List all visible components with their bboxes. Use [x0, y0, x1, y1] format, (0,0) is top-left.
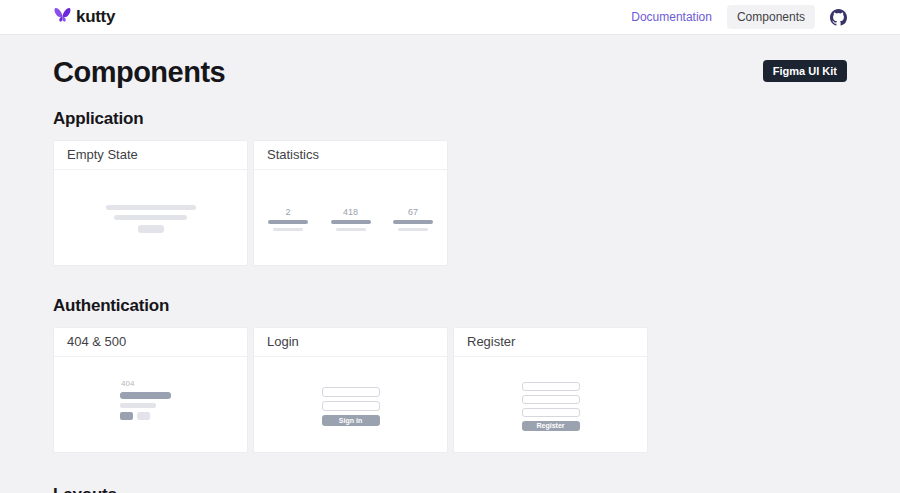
butterfly-icon: [53, 6, 72, 28]
statistics-preview: 2 418 67: [254, 170, 447, 268]
register-preview: Register: [454, 357, 647, 455]
figma-ui-kit-button[interactable]: Figma UI Kit: [763, 60, 847, 82]
login-form: Sign in: [322, 387, 380, 426]
register-button[interactable]: Register: [522, 421, 580, 431]
card-title: Empty State: [54, 141, 247, 170]
register-input-email[interactable]: [522, 395, 580, 404]
main-content: Components Figma UI Kit Application Empt…: [0, 57, 900, 493]
register-input-password[interactable]: [522, 408, 580, 417]
section-title-authentication: Authentication: [53, 296, 847, 316]
section-title-layouts: Layouts: [53, 485, 847, 493]
register-form: Register: [522, 382, 580, 431]
stat-value: 2: [285, 208, 290, 217]
skeleton-button: [137, 412, 150, 420]
section-title-application: Application: [53, 109, 847, 129]
nav-link-components[interactable]: Components: [727, 5, 815, 29]
skeleton-line: [106, 205, 196, 210]
authentication-card-row: 404 & 500 404 Login Sign in: [53, 327, 847, 453]
brand-logo[interactable]: kutty: [53, 6, 115, 28]
page-title: Components: [53, 57, 225, 87]
skeleton-button: [138, 225, 164, 233]
application-card-row: Empty State Statistics 2: [53, 140, 847, 266]
card-register[interactable]: Register Register: [453, 327, 648, 453]
login-input-password[interactable]: [322, 401, 380, 411]
sign-in-button[interactable]: Sign in: [322, 415, 380, 426]
card-title: 404 & 500: [54, 328, 247, 357]
card-empty-state[interactable]: Empty State: [53, 140, 248, 266]
page-header: Components Figma UI Kit: [53, 57, 847, 87]
empty-state-skeleton: [106, 205, 196, 233]
stat-bar: [331, 220, 371, 224]
stat-value: 418: [343, 208, 358, 217]
stat-item: 418: [331, 208, 371, 231]
nav-link-documentation[interactable]: Documentation: [629, 6, 714, 28]
card-login[interactable]: Login Sign in: [253, 327, 448, 453]
stat-bar: [393, 220, 433, 224]
skeleton-line: [114, 215, 187, 220]
error-code: 404: [121, 380, 247, 388]
card-title: Login: [254, 328, 447, 357]
login-preview: Sign in: [254, 357, 447, 455]
error-page-preview: 404: [54, 357, 247, 455]
card-title: Statistics: [254, 141, 447, 170]
stat-bar: [268, 220, 308, 224]
brand-name: kutty: [76, 7, 115, 27]
skeleton-line: [120, 403, 156, 408]
stat-underbar: [336, 228, 366, 231]
statistics-row: 2 418 67: [254, 208, 447, 231]
github-icon[interactable]: [830, 9, 847, 26]
card-404-500[interactable]: 404 & 500 404: [53, 327, 248, 453]
navbar: kutty Documentation Components: [0, 0, 900, 35]
navbar-links: Documentation Components: [629, 5, 847, 29]
stat-value: 67: [408, 208, 418, 217]
register-input-name[interactable]: [522, 382, 580, 391]
skeleton-line: [120, 392, 171, 399]
login-input-email[interactable]: [322, 387, 380, 397]
stat-item: 67: [393, 208, 433, 231]
error-button-row: [120, 412, 247, 420]
card-statistics[interactable]: Statistics 2 418 67: [253, 140, 448, 266]
empty-state-preview: [54, 170, 247, 268]
stat-underbar: [273, 228, 303, 231]
stat-item: 2: [268, 208, 308, 231]
stat-underbar: [398, 228, 428, 231]
skeleton-button: [120, 412, 133, 420]
card-title: Register: [454, 328, 647, 357]
